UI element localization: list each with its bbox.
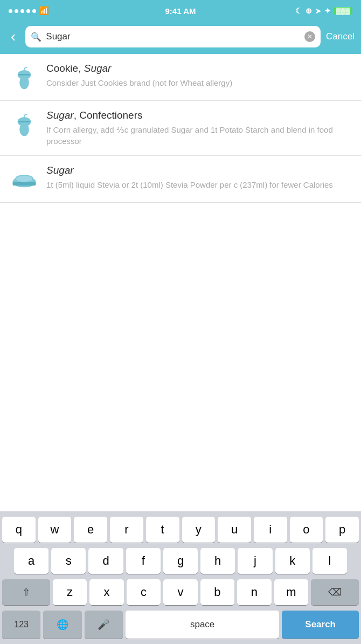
cancel-button[interactable]: Cancel — [326, 31, 355, 42]
result-item-3[interactable]: Sugar 1t (5ml) liquid Stevia or 2t (10ml… — [0, 156, 361, 203]
key-o[interactable]: o — [290, 517, 323, 543]
status-time: 9:41 AM — [165, 6, 196, 16]
item-title-2: Sugar, Confectioners — [46, 109, 350, 121]
keyboard-row-2: a s d f g h j k l — [2, 548, 359, 574]
item-icon-1 — [11, 65, 38, 92]
key-x[interactable]: x — [89, 579, 123, 605]
search-icon: 🔍 — [31, 32, 41, 42]
mic-key[interactable]: 🎤 — [85, 611, 123, 639]
key-u[interactable]: u — [218, 517, 251, 543]
search-header: ‹ 🔍 Sugar ✕ Cancel — [0, 22, 361, 54]
item-title-3: Sugar — [46, 165, 350, 176]
key-n[interactable]: n — [237, 579, 271, 605]
battery-icon: ▓▓▓ — [334, 7, 352, 15]
item-desc-1: Consider Just Cookies brand (not for Whe… — [46, 77, 350, 88]
globe-key[interactable]: 🌐 — [43, 611, 81, 639]
result-item-2[interactable]: Sugar, Confectioners If Corn allergy, ad… — [0, 101, 361, 156]
key-w[interactable]: w — [38, 517, 72, 543]
key-b[interactable]: b — [200, 579, 234, 605]
back-button[interactable]: ‹ — [6, 27, 20, 46]
status-right: ☾ ⊕ ➤ ✦ ▓▓▓ — [295, 6, 352, 15]
key-j[interactable]: j — [238, 548, 272, 574]
num-key[interactable]: 123 — [2, 611, 40, 639]
location-icon: ⊕ — [306, 6, 312, 15]
key-g[interactable]: g — [163, 548, 198, 574]
shift-key[interactable]: ⇧ — [2, 579, 50, 605]
item-text-2: Sugar, Confectioners If Corn allergy, ad… — [46, 109, 350, 147]
item-desc-2: If Corn allergy, add ⅔c granulated Sugar… — [46, 124, 350, 147]
signal-dots — [9, 9, 36, 13]
svg-line-4 — [24, 67, 27, 68]
keyboard-bottom-row: 123 🌐 🎤 space Search — [2, 611, 359, 639]
key-l[interactable]: l — [313, 548, 347, 574]
keyboard-row-3: ⇧ z x c v b n m ⌫ — [2, 579, 359, 605]
key-m[interactable]: m — [274, 579, 308, 605]
result-item-4-partial[interactable] — [0, 203, 361, 224]
item-desc-3: 1t (5ml) liquid Stevia or 2t (10ml) Stev… — [46, 179, 350, 190]
moon-icon: ☾ — [295, 6, 302, 15]
key-r[interactable]: r — [110, 517, 143, 543]
item-title-1: Cookie, Sugar — [46, 63, 350, 74]
results-list: Cookie, Sugar Consider Just Cookies bran… — [0, 54, 361, 224]
status-left: 📶 — [9, 6, 49, 16]
key-d[interactable]: d — [88, 548, 123, 574]
wifi-icon: 📶 — [39, 6, 49, 16]
key-t[interactable]: t — [146, 517, 179, 543]
clear-button[interactable]: ✕ — [304, 31, 315, 42]
arrow-icon: ➤ — [315, 7, 321, 15]
space-key[interactable]: space — [126, 611, 279, 639]
key-y[interactable]: y — [182, 517, 216, 543]
svg-line-9 — [24, 114, 27, 115]
keyboard-row-1: q w e r t y u i o p — [2, 517, 359, 543]
key-i[interactable]: i — [254, 517, 287, 543]
key-h[interactable]: h — [200, 548, 235, 574]
key-e[interactable]: e — [74, 517, 107, 543]
delete-key[interactable]: ⌫ — [311, 579, 359, 605]
key-f[interactable]: f — [126, 548, 161, 574]
svg-rect-12 — [12, 182, 36, 186]
key-a[interactable]: a — [14, 548, 48, 574]
search-key[interactable]: Search — [282, 611, 359, 639]
svg-point-13 — [16, 176, 32, 182]
key-z[interactable]: z — [53, 579, 87, 605]
bluetooth-icon: ✦ — [324, 6, 331, 15]
svg-rect-1 — [18, 74, 30, 76]
key-s[interactable]: s — [51, 548, 86, 574]
key-p[interactable]: p — [325, 517, 359, 543]
item-text-1: Cookie, Sugar Consider Just Cookies bran… — [46, 63, 350, 88]
key-v[interactable]: v — [163, 579, 197, 605]
svg-rect-6 — [18, 121, 30, 122]
item-icon-3 — [11, 167, 38, 194]
key-k[interactable]: k — [275, 548, 310, 574]
result-item-1[interactable]: Cookie, Sugar Consider Just Cookies bran… — [0, 54, 361, 101]
svg-point-2 — [19, 76, 29, 90]
item-icon-2 — [11, 112, 38, 139]
search-input[interactable]: Sugar — [46, 31, 300, 42]
status-bar: 📶 9:41 AM ☾ ⊕ ➤ ✦ ▓▓▓ — [0, 0, 361, 22]
keyboard: q w e r t y u i o p a s d f g h j k l ⇧ … — [0, 511, 361, 644]
key-q[interactable]: q — [2, 517, 36, 543]
item-text-3: Sugar 1t (5ml) liquid Stevia or 2t (10ml… — [46, 165, 350, 190]
search-bar[interactable]: 🔍 Sugar ✕ — [25, 26, 321, 47]
key-c[interactable]: c — [127, 579, 161, 605]
svg-point-7 — [19, 123, 29, 136]
